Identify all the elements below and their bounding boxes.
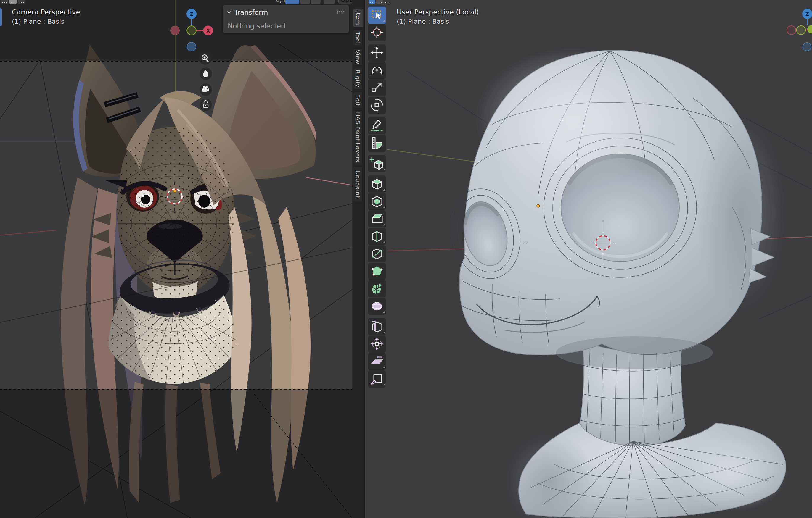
- edge-slide-icon: [368, 318, 386, 335]
- gizmo-z-label: Z: [806, 11, 809, 17]
- tool-add-cube-button[interactable]: [368, 155, 386, 172]
- tool-loop-cut-button[interactable]: [368, 228, 386, 245]
- inset-faces-icon: [368, 193, 386, 210]
- knife-icon: [368, 245, 386, 263]
- tool-transform-button[interactable]: [368, 97, 386, 114]
- shear-icon: [368, 353, 386, 370]
- sidebar-tab-ucupaint[interactable]: Ucupaint: [353, 166, 362, 202]
- options-button[interactable]: Options: [338, 0, 352, 4]
- bevel-icon: [368, 210, 386, 227]
- select-mode-fragment: [0, 0, 35, 4]
- gizmo-z-label: Z: [190, 11, 193, 17]
- snap-toggle-button[interactable]: [285, 0, 299, 4]
- tool-poly-build-button[interactable]: [368, 263, 386, 280]
- gizmo-z-neg: [803, 42, 811, 51]
- loop-cut-icon: [368, 228, 386, 245]
- zoom-button[interactable]: [199, 52, 211, 65]
- proportional-size-value[interactable]: 0,5: [276, 0, 285, 4]
- object-origin-dot: [173, 189, 176, 192]
- right-3d-viewport[interactable]: Z User Perspective (Local) (1) Plane : B…: [365, 0, 812, 518]
- edge-select-button[interactable]: [9, 0, 17, 4]
- left-3d-viewport[interactable]: Z X: [0, 0, 352, 518]
- pan-button[interactable]: [200, 67, 212, 80]
- gizmo-x-neg: [171, 26, 179, 35]
- tool-knife-button[interactable]: [368, 245, 386, 263]
- tool-rip-region-button[interactable]: [368, 370, 386, 388]
- select-mode-fragment: [365, 0, 401, 4]
- gizmo-x-label: X: [206, 28, 210, 34]
- tool-extrude-region-button[interactable]: [368, 176, 386, 192]
- camera-view-button[interactable]: [200, 84, 212, 96]
- move-icon: [368, 44, 386, 62]
- face-select-button[interactable]: [18, 0, 25, 4]
- extrude-region-icon: [368, 176, 386, 192]
- edge-select-button[interactable]: [376, 0, 383, 4]
- rip-region-icon: [368, 370, 386, 388]
- chevron-down-icon[interactable]: [227, 10, 232, 15]
- scale-icon: [368, 79, 386, 96]
- lock-button[interactable]: [200, 98, 212, 111]
- sidebar-tab-tool[interactable]: Tool: [353, 30, 362, 46]
- sidebar-tab-rigify[interactable]: Rigify: [353, 68, 362, 89]
- snap-menu-button[interactable]: [300, 0, 310, 4]
- blender-window: Z X: [0, 0, 812, 518]
- poly-build-icon: [368, 263, 386, 280]
- transform-panel-title[interactable]: Transform: [234, 8, 268, 16]
- panel-grip-handle[interactable]: [337, 10, 345, 14]
- spin-icon: [368, 280, 386, 297]
- tool-measure-button[interactable]: [368, 134, 386, 152]
- view-name-label: Camera Perspective: [12, 8, 80, 16]
- vertex-select-button[interactable]: [369, 0, 375, 4]
- pivot-point-button[interactable]: [324, 0, 335, 4]
- tool-spin-button[interactable]: [368, 280, 386, 297]
- tool-inset-faces-button[interactable]: [368, 193, 386, 210]
- tool-shear-button[interactable]: [368, 353, 386, 370]
- left-3d-canvas[interactable]: Z X: [0, 0, 352, 518]
- add-cube-icon: [368, 155, 386, 172]
- gizmo-x-neg: [787, 26, 796, 35]
- view-name-label: User Perspective (Local): [397, 8, 479, 16]
- transform-panel-status: Nothing selected: [228, 22, 285, 30]
- measure-icon: [368, 134, 386, 152]
- right-3d-canvas[interactable]: Z: [365, 0, 812, 518]
- shrink-fatten-icon: [368, 335, 386, 353]
- gizmo-z-neg: [187, 42, 196, 51]
- sidebar-tab-has-paint-layers[interactable]: HAS Paint Layers: [353, 111, 362, 164]
- tool-select-box-button[interactable]: [368, 6, 386, 24]
- collapsed-toolbar-sliver[interactable]: [0, 8, 2, 26]
- select-box-icon: [368, 6, 386, 24]
- tool-edge-slide-button[interactable]: [368, 318, 386, 335]
- object-origin-dot: [537, 205, 540, 207]
- gizmo-y-neg: [796, 26, 806, 35]
- smooth-icon: [368, 298, 386, 315]
- transform-icon: [368, 97, 386, 114]
- annotate-icon: [368, 117, 386, 134]
- rotate-icon: [368, 62, 386, 79]
- tool-shrink-fatten-button[interactable]: [368, 335, 386, 353]
- tool-bevel-button[interactable]: [368, 210, 386, 227]
- tool-annotate-button[interactable]: [368, 117, 386, 134]
- face-select-button[interactable]: [383, 0, 390, 4]
- tool-move-button[interactable]: [368, 44, 386, 62]
- proportional-edit-button[interactable]: [311, 0, 321, 4]
- gizmo-y-axis: [187, 26, 196, 35]
- cursor-tool-icon: [368, 24, 386, 41]
- object-info-label: (1) Plane : Basis: [12, 18, 64, 25]
- tool-cursor-button[interactable]: [368, 24, 386, 41]
- tool-smooth-button[interactable]: [368, 298, 386, 315]
- tool-scale-button[interactable]: [368, 79, 386, 96]
- object-info-label: (1) Plane : Basis: [397, 18, 450, 25]
- tool-rotate-button[interactable]: [368, 62, 386, 79]
- sidebar-tab-item[interactable]: Item: [353, 9, 364, 27]
- sidebar-tab-view[interactable]: View: [353, 49, 362, 65]
- passepartout-bottom: [0, 389, 352, 518]
- vertex-select-button[interactable]: [1, 0, 8, 4]
- transform-panel: Transform Nothing selected: [223, 5, 349, 33]
- sidebar-tab-edit[interactable]: Edit: [353, 92, 362, 108]
